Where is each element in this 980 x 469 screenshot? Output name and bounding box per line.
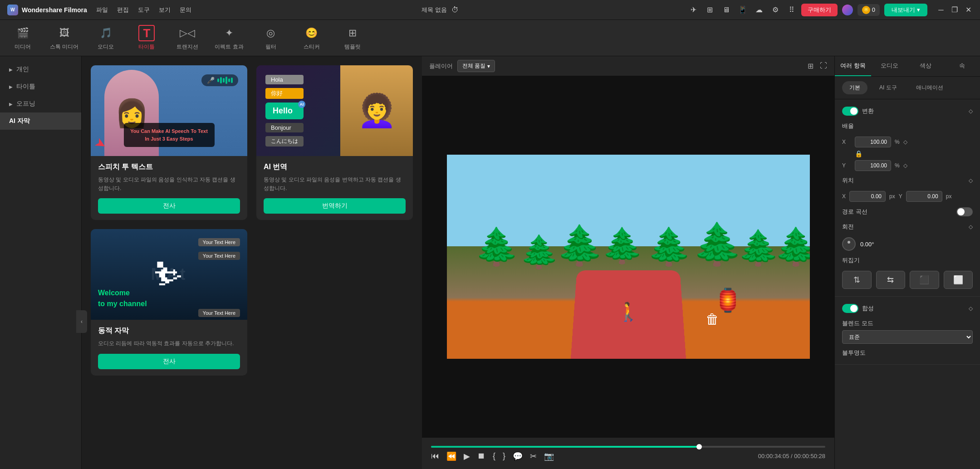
tab-multi-item[interactable]: 여러 항목 [835,56,871,76]
card-stt[interactable]: 👩 🎤 [91,65,247,220]
snapshot-button[interactable]: 📷 [544,451,554,461]
preview-label: 플레이어 [429,62,453,70]
pos-y-input[interactable] [906,191,942,202]
scale-y-reset[interactable]: ◇ [903,162,907,169]
menu-edit[interactable]: 편집 [117,6,129,14]
scale-x-input[interactable] [855,137,891,147]
topbar-right: ✈ ⊞ 🖥 📱 ☁ ⚙ ⠿ 구매하기 🪙 0 내보내기 ▾ ─ ❐ ✕ [689,4,973,16]
content-panel: 👩 🎤 [82,56,422,469]
maximize-button[interactable]: ❐ [950,5,959,15]
scale-x-reset[interactable]: ◇ [903,139,907,145]
progress-bar[interactable] [431,446,825,448]
toolbar-transition[interactable]: ▷◁ 트랜지션 [174,25,201,51]
card-ai-trans-thumb: Hola 你好 Hello AI Bonjour こんにちは 👩‍🦱 [256,65,413,156]
menu-view[interactable]: 보기 [159,6,171,14]
scale-y-label: Y [842,162,851,169]
toolbar-sticker[interactable]: 😊 스티커 [298,25,325,51]
path-toggle[interactable] [956,207,973,216]
toolbar-audio[interactable]: 🎵 오디오 [92,25,119,51]
phone-icon[interactable]: 📱 [738,5,748,15]
sidebar-item-title[interactable]: ▶ 타이틀 [0,78,81,95]
export-button[interactable]: 내보내기 ▾ [884,4,927,16]
blend-toggle[interactable] [842,304,858,313]
subtab-animation[interactable]: 애니메이션 [909,81,951,94]
toolbar-template-label: 템플릿 [344,43,361,51]
monitor-icon[interactable]: 🖥 [721,5,731,15]
flip-v2-button[interactable]: ⬜ [944,271,973,289]
transition-icon: ▷◁ [179,25,196,41]
tab-speed[interactable]: 속 [944,56,980,76]
transform-reset-icon[interactable]: ◇ [969,108,973,114]
grid-icon[interactable]: ⠿ [787,5,797,15]
path-label: 경로 곡선 [842,208,867,216]
lock-icon[interactable]: 🔒 [855,150,862,157]
total-time: 00:00:50:28 [794,453,825,459]
rotation-reset-icon[interactable]: ◇ [969,224,973,230]
flip-horizontal-button[interactable]: ⇅ [842,271,872,289]
snapshots-icon[interactable]: ⊞ [705,5,715,15]
flip-vertical-button[interactable]: ⇆ [876,271,906,289]
fullscreen-icon[interactable]: ⛶ [820,62,827,70]
sidebar-item-ai-caption[interactable]: AI 자막 [0,112,81,130]
position-reset-icon[interactable]: ◇ [969,177,973,184]
toolbar-filter[interactable]: ◎ 필터 [257,25,284,51]
toolbar-media[interactable]: 🎬 미디어 [9,25,36,51]
menu-help[interactable]: 문의 [180,6,191,14]
prev-frame-button[interactable]: ⏪ [446,451,456,461]
toolbar-title[interactable]: T 타이틀 [133,25,160,51]
card-ai-trans[interactable]: Hola 你好 Hello AI Bonjour こんにちは 👩‍🦱 [256,65,413,220]
pos-x-label: X [842,193,846,200]
grid-view-icon[interactable]: ⊞ [808,62,813,70]
settings-icon[interactable]: ⚙ [770,5,780,15]
toolbar-effect[interactable]: ✦ 이펙트 효과 [215,25,243,51]
transform-toggle[interactable] [842,107,858,116]
card-ai-trans-btn[interactable]: 번역하기 [264,198,406,214]
minimize-button[interactable]: ─ [936,5,946,15]
rotation-group: 회전 ◇ 0.00° [842,223,973,251]
card-dynamic-btn[interactable]: 전사 [98,354,240,369]
quality-select[interactable]: 전체 품질 ▾ [457,60,495,72]
sidebar-item-opening[interactable]: ▶ 오프닝 [0,95,81,112]
send-icon[interactable]: ✈ [689,5,699,15]
skip-back-button[interactable]: ⏮ [431,451,439,461]
rotation-dial[interactable] [842,237,856,251]
play-button[interactable]: ▶ [464,451,470,461]
menu-bar: 파일 편집 도구 보기 문의 [96,6,191,14]
split-button[interactable]: ✂ [530,451,537,461]
toolbar-stock[interactable]: 🖼 스톡 미디어 [50,25,78,51]
cloud-icon[interactable]: ☁ [754,5,764,15]
toolbar-filter-label: 필터 [265,43,276,51]
stop-button[interactable]: ⏹ [477,451,485,461]
scale-y-input[interactable] [855,160,891,171]
pos-x-input[interactable] [849,191,886,202]
card-stt-thumb: 👩 🎤 [91,65,247,156]
sidebar-item-personal[interactable]: ▶ 개인 [0,61,81,78]
toolbar-template[interactable]: ⊞ 템플릿 [339,25,366,51]
purchase-button[interactable]: 구매하기 [801,4,838,16]
subtab-basic[interactable]: 기본 [842,81,867,94]
project-title[interactable]: 제목 없음 [421,6,447,14]
sidebar-collapse-button[interactable]: ‹ [76,310,87,333]
caption-button[interactable]: 💬 [513,451,523,461]
flip-h2-button[interactable]: ⬛ [910,271,939,289]
transform-header: 변환 ◇ [842,107,973,116]
blend-mode-select[interactable]: 표준 [842,330,973,344]
mark-in-button[interactable]: { [493,451,495,461]
path-row: 경로 곡선 [842,207,973,216]
card-stt-btn[interactable]: 전사 [98,198,240,214]
close-button[interactable]: ✕ [964,5,973,15]
menu-file[interactable]: 파일 [96,6,108,14]
toolbar-sticker-label: 스티커 [304,43,320,51]
toolbar-audio-label: 오디오 [98,43,114,51]
mark-out-button[interactable]: } [503,451,505,461]
trash-bin: 🗑 [706,312,719,327]
card-dynamic[interactable]: ⛷ Your Text Here Your Text Here Welcome … [91,229,247,375]
blend-reset-icon[interactable]: ◇ [969,305,973,312]
tree-1: 🌲 [474,225,519,268]
tab-color[interactable]: 색상 [907,56,944,76]
lang-bonjour: Bonjour [265,123,304,132]
menu-tools[interactable]: 도구 [138,6,150,14]
toolbar-effect-label: 이펙트 효과 [215,43,243,51]
subtab-ai[interactable]: AI 도구 [872,81,904,94]
tab-audio[interactable]: 오디오 [871,56,907,76]
